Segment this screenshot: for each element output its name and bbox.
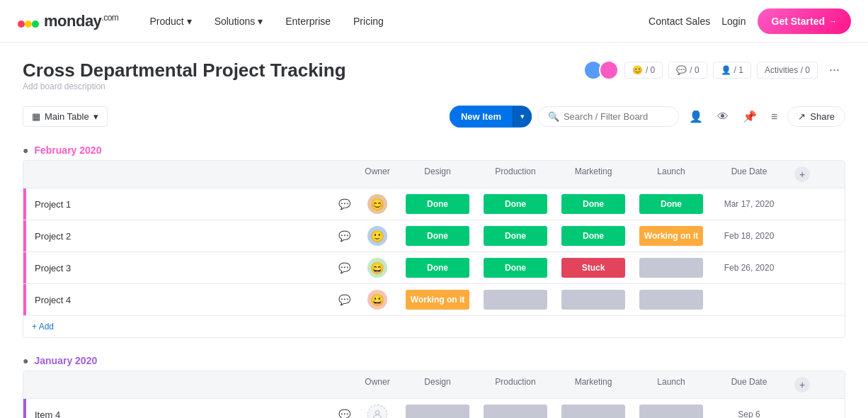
item-name[interactable]: Item 4: [26, 402, 338, 419]
status-cell[interactable]: [554, 284, 632, 315]
status-badge-empty[interactable]: [406, 405, 469, 418]
status-badge-empty[interactable]: [484, 290, 547, 310]
eye-icon[interactable]: 👁: [713, 106, 733, 128]
group-collapse-jan[interactable]: ●: [23, 355, 28, 366]
group-collapse-feb[interactable]: ●: [23, 145, 28, 156]
status-badge-empty[interactable]: [561, 405, 625, 418]
comment-icon[interactable]: 💬: [338, 198, 350, 210]
add-col-jan[interactable]: +: [788, 371, 816, 398]
due-date-cell[interactable]: [710, 284, 788, 315]
status-cell[interactable]: Done: [554, 220, 632, 252]
status-badge[interactable]: Done: [639, 194, 703, 214]
status-cell[interactable]: Done: [399, 188, 476, 220]
comment-icon[interactable]: 💬: [338, 409, 350, 418]
status-cell[interactable]: Done: [476, 188, 554, 220]
nav-enterprise[interactable]: Enterprise: [277, 11, 339, 31]
nav-pricing[interactable]: Pricing: [345, 11, 392, 31]
status-cell[interactable]: [632, 284, 710, 315]
add-col-feb[interactable]: +: [788, 161, 816, 188]
status-cell[interactable]: [632, 399, 710, 418]
board-meta: 😊 / 0 💬 / 0 👤 / 1 Activities / 0 ···: [583, 60, 845, 80]
updates-button[interactable]: 💬 / 0: [668, 62, 707, 79]
status-badge[interactable]: Done: [484, 194, 547, 214]
comment-icon[interactable]: 💬: [338, 230, 350, 242]
owner-avatar[interactable]: 😄: [367, 258, 387, 278]
status-badge[interactable]: Working on it: [406, 290, 469, 310]
search-input[interactable]: [564, 111, 668, 122]
col-header-0-6: Due Date: [710, 161, 788, 188]
share-button[interactable]: ↗ Share: [787, 106, 845, 127]
status-cell[interactable]: Done: [476, 252, 554, 283]
owner-placeholder[interactable]: [367, 405, 387, 418]
status-badge-empty[interactable]: [639, 290, 703, 310]
contact-sales-link[interactable]: Contact Sales: [649, 16, 710, 27]
status-cell[interactable]: [554, 399, 632, 418]
status-badge[interactable]: Done: [561, 194, 625, 214]
add-col-btn-jan[interactable]: +: [794, 377, 810, 392]
item-name[interactable]: Project 4: [26, 288, 338, 312]
status-badge[interactable]: Done: [406, 258, 469, 278]
add-col-btn-feb[interactable]: +: [794, 166, 810, 182]
col-owner: 😊: [356, 188, 399, 220]
status-cell[interactable]: Done: [399, 252, 476, 283]
status-badge[interactable]: Done: [484, 226, 547, 246]
get-started-button[interactable]: Get Started →: [758, 9, 851, 34]
status-badge-empty[interactable]: [639, 405, 703, 418]
status-badge[interactable]: Done: [561, 226, 625, 246]
new-item-button[interactable]: New Item ▾: [450, 106, 532, 128]
new-item-label[interactable]: New Item: [450, 106, 513, 128]
owner-avatar[interactable]: 🙂: [367, 226, 387, 246]
add-row-feb[interactable]: + Add: [23, 316, 845, 337]
activities-button[interactable]: Activities / 0: [757, 62, 818, 79]
status-cell[interactable]: Working on it: [399, 284, 476, 315]
filter-icon[interactable]: ≡: [767, 106, 782, 128]
activities-label: Activities / 0: [765, 65, 810, 75]
owner-avatar[interactable]: 😀: [367, 290, 387, 310]
col-header-1-4: Marketing: [554, 371, 632, 398]
status-cell[interactable]: Done: [476, 220, 554, 252]
status-badge[interactable]: Done: [484, 258, 547, 278]
comment-icon[interactable]: 💬: [338, 294, 350, 305]
status-badge[interactable]: Stuck: [561, 258, 625, 278]
table-row: Project 1 💬 😊DoneDoneDoneDoneMar 17, 202…: [23, 188, 845, 220]
status-badge[interactable]: Done: [406, 194, 469, 214]
item-name[interactable]: Project 3: [26, 256, 338, 281]
board-description[interactable]: Add board description: [23, 81, 346, 91]
due-date-cell[interactable]: Sep 6: [710, 399, 788, 418]
item-name[interactable]: Project 2: [26, 224, 338, 249]
status-badge-empty[interactable]: [484, 405, 547, 418]
due-date-cell[interactable]: Feb 26, 2020: [710, 252, 788, 283]
owner-avatar[interactable]: 😊: [367, 194, 387, 214]
logo[interactable]: monday.com: [17, 10, 118, 33]
row-empty-end: [788, 284, 816, 315]
status-cell[interactable]: Done: [399, 220, 476, 252]
status-badge-empty[interactable]: [561, 290, 625, 310]
reactions-button[interactable]: 😊 / 0: [624, 62, 663, 79]
search-icon: 🔍: [548, 111, 559, 122]
status-cell[interactable]: [399, 399, 476, 418]
login-link[interactable]: Login: [721, 16, 746, 27]
comment-icon[interactable]: 💬: [338, 262, 350, 273]
status-badge[interactable]: Done: [406, 226, 469, 246]
status-cell[interactable]: Stuck: [554, 252, 632, 283]
due-date-cell[interactable]: Feb 18, 2020: [710, 220, 788, 252]
status-cell[interactable]: [476, 399, 554, 418]
reactions-count: / 0: [646, 65, 655, 75]
person-filter-icon[interactable]: 👤: [685, 106, 707, 128]
pin-icon[interactable]: 📌: [738, 106, 761, 128]
status-cell[interactable]: Done: [632, 188, 710, 220]
status-cell[interactable]: Done: [554, 188, 632, 220]
status-cell[interactable]: Working on it: [632, 220, 710, 252]
item-name[interactable]: Project 1: [26, 192, 338, 217]
due-date-cell[interactable]: Mar 17, 2020: [710, 188, 788, 220]
nav-solutions[interactable]: Solutions ▾: [206, 11, 272, 31]
more-options-button[interactable]: ···: [823, 60, 845, 80]
status-badge[interactable]: Working on it: [639, 226, 703, 246]
status-badge-empty[interactable]: [639, 258, 703, 278]
nav-product[interactable]: Product ▾: [141, 11, 200, 31]
new-item-dropdown-arrow[interactable]: ▾: [513, 106, 532, 127]
status-cell[interactable]: [476, 284, 554, 315]
table-view-button[interactable]: ▦ Main Table ▾: [23, 106, 108, 127]
members-button[interactable]: 👤 / 1: [713, 62, 751, 79]
status-cell[interactable]: [632, 252, 710, 283]
